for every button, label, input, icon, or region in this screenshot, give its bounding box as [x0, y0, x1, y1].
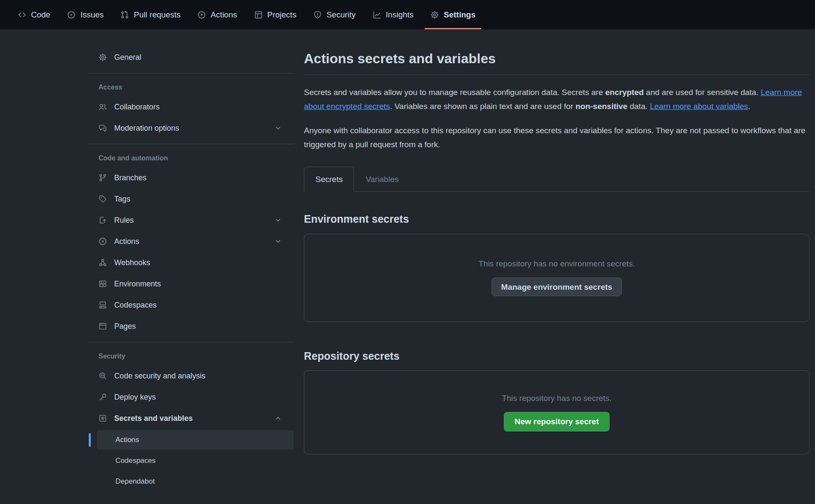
manage-environment-secrets-button[interactable]: Manage environment secrets	[492, 277, 622, 296]
sidebar-item-secrets-and-variables[interactable]: Secrets and variables	[88, 408, 294, 429]
intro-paragraph-2: Anyone with collaborator access to this …	[304, 123, 809, 151]
sidebar-subitem-label: Codespaces	[115, 456, 156, 465]
sidebar-divider	[88, 342, 294, 342]
browser-icon	[98, 322, 107, 330]
nav-tab-label: Code	[31, 11, 50, 19]
secrets-variables-tabnav: Secrets Variables	[304, 167, 809, 192]
nav-tab-code[interactable]: Code	[9, 0, 59, 29]
repository-secrets-heading: Repository secrets	[304, 349, 809, 363]
sidebar-item-moderation-options[interactable]: Moderation options	[88, 118, 294, 139]
nav-tab-label: Settings	[444, 11, 475, 19]
nav-tab-security[interactable]: Security	[305, 0, 364, 29]
sidebar-item-branches[interactable]: Branches	[88, 167, 294, 188]
sidebar-item-deploy-keys[interactable]: Deploy keys	[88, 386, 294, 408]
intro-text: and are used for sensitive data.	[644, 88, 761, 97]
server-icon	[98, 280, 107, 288]
repo-tab-bar: Code Issues Pull requests Actions Projec…	[0, 0, 815, 30]
sidebar-item-collaborators[interactable]: Collaborators	[88, 96, 294, 118]
sidebar-item-label: Environments	[114, 280, 161, 288]
sidebar-item-general[interactable]: General	[88, 47, 294, 68]
sidebar-item-environments[interactable]: Environments	[88, 273, 294, 294]
nav-tab-issues[interactable]: Issues	[59, 0, 112, 29]
sidebar-item-actions[interactable]: Actions	[88, 231, 294, 252]
sidebar-subitem-dependabot[interactable]: Dependabot	[97, 472, 294, 491]
environment-secrets-empty-text: This repository has no environment secre…	[478, 259, 635, 269]
play-circle-icon	[197, 11, 206, 19]
sidebar-item-rules[interactable]: Rules	[88, 210, 294, 231]
sidebar-item-label: Codespaces	[114, 301, 157, 310]
sidebar-item-webhooks[interactable]: Webhooks	[88, 252, 294, 273]
sidebar-item-code-security-and-analysis[interactable]: Code security and analysis	[88, 365, 294, 386]
sidebar-item-label: Webhooks	[114, 258, 150, 267]
nav-tab-label: Security	[326, 11, 356, 19]
sidebar-item-label: Rules	[114, 216, 134, 225]
issue-opened-icon	[67, 11, 76, 19]
nav-tab-label: Projects	[267, 11, 297, 19]
active-tab-underline	[424, 28, 481, 29]
environment-secrets-empty-box: This repository has no environment secre…	[304, 234, 809, 322]
codescan-icon	[98, 372, 107, 380]
play-circle-icon	[98, 237, 107, 246]
sidebar-item-label: Tags	[114, 195, 130, 204]
new-repository-secret-button[interactable]: New repository secret	[504, 412, 610, 431]
sidebar-section-security: Security	[88, 347, 294, 365]
rules-icon	[98, 216, 107, 224]
intro-text: data.	[627, 102, 650, 111]
shield-icon	[313, 11, 322, 19]
nav-tab-projects[interactable]: Projects	[246, 0, 305, 29]
sidebar-item-label: Actions	[114, 237, 139, 246]
sidebar-subitem-label: Actions	[115, 436, 139, 444]
nav-tab-insights[interactable]: Insights	[364, 0, 422, 29]
sidebar-item-label: Code security and analysis	[114, 372, 205, 381]
sidebar-item-label: Deploy keys	[114, 393, 156, 402]
sidebar-subitem-actions[interactable]: Actions	[97, 430, 294, 450]
intro-paragraph-1: Secrets and variables allow you to manag…	[304, 85, 809, 113]
page-title: Actions secrets and variables	[304, 50, 809, 67]
chevron-up-icon	[274, 414, 282, 422]
graph-icon	[373, 11, 381, 19]
nav-tab-label: Pull requests	[134, 11, 180, 19]
chevron-down-icon	[274, 124, 282, 132]
link-learn-more-variables[interactable]: Learn more about variables	[650, 102, 748, 111]
nav-tab-label: Actions	[211, 11, 237, 19]
repository-secrets-empty-box: This repository has no secrets. New repo…	[304, 370, 809, 454]
gear-icon	[98, 53, 107, 62]
sidebar-item-label: Moderation options	[114, 124, 179, 133]
code-icon	[18, 11, 26, 19]
gear-icon	[430, 11, 439, 19]
nav-tab-label: Issues	[80, 11, 104, 19]
nav-tab-actions[interactable]: Actions	[189, 0, 245, 29]
title-divider	[304, 75, 809, 75]
intro-text: Secrets and variables allow you to manag…	[304, 88, 605, 97]
sidebar-subitem-codespaces[interactable]: Codespaces	[97, 451, 294, 470]
sidebar-item-pages[interactable]: Pages	[88, 316, 294, 337]
nav-tab-pull-requests[interactable]: Pull requests	[112, 0, 189, 29]
nav-tab-settings[interactable]: Settings	[422, 0, 484, 29]
git-branch-icon	[98, 174, 107, 182]
intro-text: .	[748, 102, 750, 111]
sidebar-item-label: Branches	[114, 174, 146, 182]
sidebar-divider	[88, 144, 294, 144]
comment-discussion-icon	[98, 124, 107, 132]
tab-variables[interactable]: Variables	[354, 167, 410, 192]
chevron-down-icon	[274, 238, 282, 245]
settings-main-panel: Actions secrets and variables Secrets an…	[294, 30, 815, 454]
sidebar-divider	[88, 73, 294, 73]
intro-bold-non-sensitive: non-sensitive	[576, 102, 627, 111]
webhook-icon	[98, 258, 107, 267]
sidebar-item-label: General	[114, 53, 141, 62]
sidebar-section-code-and-automation: Code and automation	[88, 149, 294, 167]
chevron-down-icon	[274, 216, 282, 224]
repository-secrets-empty-text: This repository has no secrets.	[502, 394, 612, 403]
people-icon	[98, 103, 107, 111]
sidebar-item-codespaces[interactable]: Codespaces	[88, 294, 294, 316]
tag-icon	[98, 195, 107, 203]
settings-sidebar: General Access Collaborators Moderation …	[88, 30, 294, 491]
table-icon	[254, 11, 263, 19]
tab-secrets[interactable]: Secrets	[304, 167, 354, 192]
asterisk-box-icon	[98, 414, 107, 423]
sidebar-item-tags[interactable]: Tags	[88, 188, 294, 210]
sidebar-item-label: Pages	[114, 322, 136, 331]
sidebar-item-label: Secrets and variables	[114, 414, 193, 423]
codespaces-icon	[98, 301, 107, 309]
